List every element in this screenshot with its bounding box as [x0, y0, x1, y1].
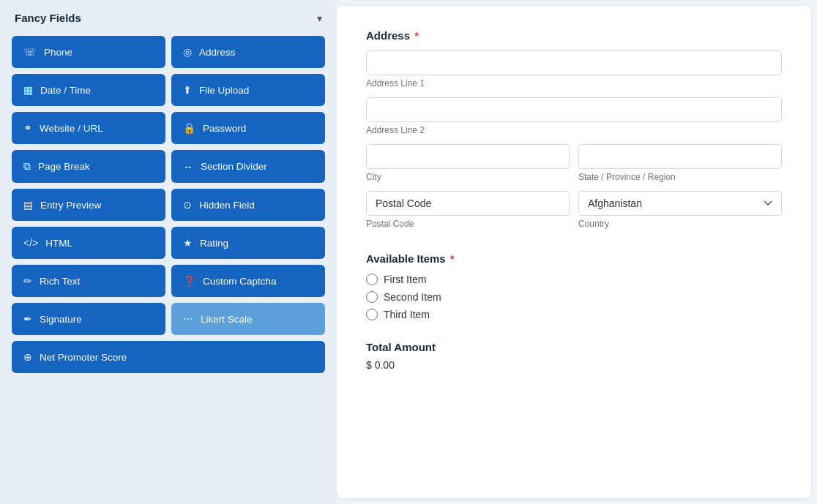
calendar-icon: ▦ — [23, 84, 33, 96]
panel-header: Fancy Fields ▾ — [12, 12, 325, 24]
left-panel: Fancy Fields ▾ ☏Phone◎Address▦Date / Tim… — [0, 0, 337, 504]
phone-icon: ☏ — [23, 46, 37, 58]
field-btn-sectiondivider-label: Section Divider — [201, 161, 267, 172]
field-btn-netpromoter[interactable]: ⊕Net Promoter Score — [12, 341, 325, 373]
field-btn-password-label: Password — [203, 123, 246, 134]
field-btn-website[interactable]: ⚭Website / URL — [12, 112, 165, 144]
city-input[interactable] — [366, 144, 570, 169]
address-section: Address * Address Line 1 Address Line 2 … — [366, 29, 782, 229]
field-btn-datetime[interactable]: ▦Date / Time — [12, 74, 165, 106]
field-btn-datetime-label: Date / Time — [40, 85, 91, 96]
edit-icon: ✏ — [23, 275, 32, 287]
field-btn-signature[interactable]: ✒Signature — [12, 303, 165, 335]
city-label: City — [366, 172, 570, 182]
field-btn-signature-label: Signature — [40, 314, 82, 325]
state-input[interactable] — [578, 144, 782, 169]
field-btn-html[interactable]: </>HTML — [12, 227, 165, 259]
field-btn-address[interactable]: ◎Address — [171, 36, 325, 68]
field-btn-hiddenfield-label: Hidden Field — [199, 200, 255, 211]
star-icon: ★ — [183, 237, 193, 249]
radio-group: First Item Second Item Third Item — [366, 274, 782, 320]
panel-title: Fancy Fields — [15, 12, 81, 24]
field-btn-entrypreview[interactable]: ▤Entry Preview — [12, 189, 165, 221]
field-btn-rating-label: Rating — [200, 238, 228, 249]
likert-icon: ⋯ — [183, 313, 193, 325]
captcha-icon: ❓ — [183, 275, 195, 287]
field-btn-fileupload[interactable]: ⬆File Upload — [171, 74, 325, 106]
list-item[interactable]: First Item — [366, 274, 782, 285]
available-items-label: Available Items * — [366, 252, 782, 265]
total-amount-label: Total Amount — [366, 341, 782, 353]
field-btn-sectiondivider[interactable]: ↔Section Divider — [171, 150, 325, 183]
available-items-section: Available Items * First Item Second Item… — [366, 252, 782, 320]
state-label: State / Province / Region — [578, 172, 782, 182]
link-icon: ⚭ — [23, 122, 32, 134]
field-btn-likertscale[interactable]: ⋯Likert Scale — [171, 303, 325, 335]
right-panel: Address * Address Line 1 Address Line 2 … — [337, 6, 811, 498]
address-line2-label: Address Line 2 — [366, 125, 782, 135]
field-btn-richtext-label: Rich Text — [40, 276, 80, 287]
field-btn-html-label: HTML — [45, 238, 72, 249]
address-line1-group: Address Line 1 — [366, 50, 782, 89]
field-btn-fileupload-label: File Upload — [199, 85, 249, 96]
postal-group: Postal Code — [366, 191, 570, 229]
field-btn-likertscale-label: Likert Scale — [201, 314, 253, 325]
second-item-label: Second Item — [384, 291, 441, 303]
field-btn-pagebreak-label: Page Break — [38, 161, 90, 172]
field-btn-richtext[interactable]: ✏Rich Text — [12, 265, 165, 297]
field-btn-rating[interactable]: ★Rating — [171, 227, 325, 259]
divider-icon: ↔ — [183, 161, 193, 173]
field-btn-hiddenfield[interactable]: ⊙Hidden Field — [171, 189, 325, 221]
address-line1-input[interactable] — [366, 50, 782, 75]
first-item-label: First Item — [384, 274, 426, 285]
city-state-row: City State / Province / Region — [366, 144, 782, 182]
postal-code-input[interactable] — [366, 191, 570, 216]
list-item[interactable]: Second Item — [366, 291, 782, 303]
state-group: State / Province / Region — [578, 144, 782, 182]
field-btn-entrypreview-label: Entry Preview — [40, 200, 101, 211]
hidden-icon: ⊙ — [183, 199, 192, 211]
total-amount-section: Total Amount $ 0.00 — [366, 341, 782, 371]
total-amount-value: $ 0.00 — [366, 359, 782, 371]
city-group: City — [366, 144, 570, 182]
nps-icon: ⊕ — [23, 351, 32, 363]
country-select[interactable]: Afghanistan Albania Algeria United State… — [578, 191, 782, 216]
address-line1-label: Address Line 1 — [366, 78, 782, 89]
fields-grid: ☏Phone◎Address▦Date / Time⬆File Upload⚭W… — [12, 36, 325, 373]
address-field-label: Address * — [366, 29, 782, 42]
lock-icon: 🔒 — [183, 122, 195, 134]
address-line2-input[interactable] — [366, 97, 782, 122]
field-btn-website-label: Website / URL — [40, 123, 103, 134]
field-btn-customcaptcha[interactable]: ❓Custom Captcha — [171, 265, 325, 297]
country-group: Afghanistan Albania Algeria United State… — [578, 191, 782, 229]
pen-icon: ✒ — [23, 313, 32, 325]
field-btn-phone-label: Phone — [44, 47, 72, 58]
chevron-down-icon: ▾ — [317, 12, 322, 24]
page-icon: ⧉ — [23, 160, 31, 173]
field-btn-phone[interactable]: ☏Phone — [12, 36, 165, 68]
field-btn-pagebreak[interactable]: ⧉Page Break — [12, 150, 165, 183]
field-btn-password[interactable]: 🔒Password — [171, 112, 325, 144]
country-label: Country — [578, 219, 782, 229]
radio-second-item[interactable] — [366, 291, 378, 303]
postal-code-label: Postal Code — [366, 219, 570, 229]
third-item-label: Third Item — [384, 309, 430, 320]
list-item[interactable]: Third Item — [366, 309, 782, 320]
postal-country-row: Postal Code Afghanistan Albania Algeria … — [366, 191, 782, 229]
code-icon: </> — [23, 237, 38, 249]
radio-first-item[interactable] — [366, 274, 378, 285]
field-btn-netpromoter-label: Net Promoter Score — [40, 352, 127, 363]
address-line2-group: Address Line 2 — [366, 97, 782, 135]
entry-icon: ▤ — [23, 199, 33, 211]
upload-icon: ⬆ — [183, 84, 192, 96]
field-btn-customcaptcha-label: Custom Captcha — [203, 276, 277, 287]
field-btn-address-label: Address — [199, 47, 236, 58]
radio-third-item[interactable] — [366, 309, 378, 320]
address-icon: ◎ — [183, 46, 192, 58]
